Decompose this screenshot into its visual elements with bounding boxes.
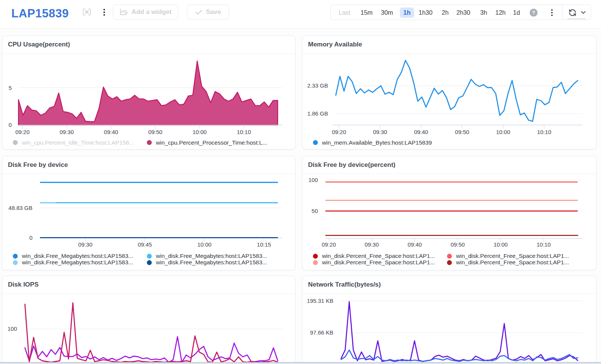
svg-text:0: 0	[9, 122, 12, 128]
svg-text:10:10: 10:10	[237, 129, 251, 135]
svg-text:10:15: 10:15	[257, 241, 271, 248]
svg-text:09:40: 09:40	[408, 241, 422, 248]
svg-text:0: 0	[29, 234, 32, 241]
svg-text:48.83 GB: 48.83 GB	[9, 205, 32, 211]
svg-text:09:50: 09:50	[148, 129, 163, 135]
svg-text:09:40: 09:40	[104, 129, 118, 135]
svg-text:97.66 KB: 97.66 KB	[310, 329, 333, 336]
svg-text:09:50: 09:50	[455, 129, 469, 135]
svg-text:09:50: 09:50	[451, 241, 465, 248]
svg-text:09:30: 09:30	[60, 129, 74, 135]
svg-text:2.33 GB: 2.33 GB	[307, 82, 328, 89]
svg-text:09:40: 09:40	[414, 129, 428, 135]
svg-text:195.31 KB: 195.31 KB	[307, 298, 333, 304]
svg-text:09:45: 09:45	[138, 241, 152, 248]
svg-text:1.86 GB: 1.86 GB	[307, 110, 328, 117]
svg-text:10:00: 10:00	[193, 129, 207, 135]
svg-text:09:20: 09:20	[322, 241, 336, 248]
svg-text:5: 5	[9, 85, 12, 91]
svg-text:10:10: 10:10	[537, 129, 552, 135]
svg-text:10:00: 10:00	[197, 241, 212, 248]
svg-text:09:30: 09:30	[373, 129, 387, 135]
svg-text:09:20: 09:20	[15, 129, 30, 135]
svg-text:09:20: 09:20	[332, 129, 346, 135]
svg-text:10:10: 10:10	[536, 241, 551, 248]
svg-text:100: 100	[8, 325, 17, 332]
svg-text:09:30: 09:30	[78, 241, 92, 248]
svg-text:10:00: 10:00	[493, 241, 508, 248]
svg-text:09:30: 09:30	[365, 241, 379, 248]
svg-text:10:00: 10:00	[496, 129, 510, 135]
svg-text:50: 50	[311, 208, 318, 214]
svg-text:100: 100	[308, 177, 318, 183]
